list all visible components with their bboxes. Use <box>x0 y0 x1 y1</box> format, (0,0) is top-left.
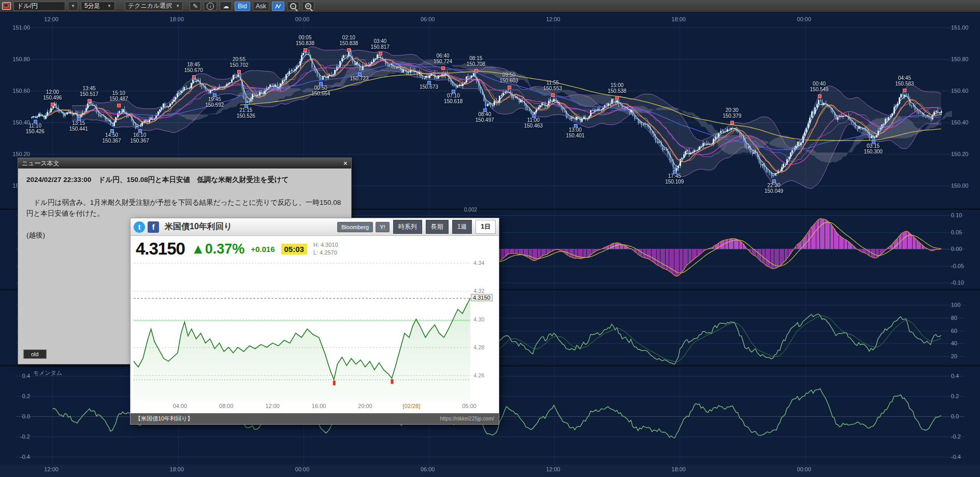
ask-button[interactable]: Ask <box>253 2 269 11</box>
cloud-button[interactable]: ☁ <box>220 2 232 11</box>
close-icon[interactable]: × <box>343 160 348 167</box>
macd-value-label: 0.002 <box>464 207 477 213</box>
pair-dropdown-button[interactable]: ▼ <box>68 2 78 11</box>
bid-button[interactable]: Bid <box>235 2 250 11</box>
trading-terminal: 151.00151.00150.80150.80150.60150.60150.… <box>0 0 980 477</box>
tab-time-series[interactable]: 時系列 <box>393 220 422 234</box>
timeframe-value: 5分足 <box>84 2 100 10</box>
zigzag-icon <box>275 4 281 9</box>
magnifier-plus-icon <box>305 3 311 9</box>
cloud-icon: ☁ <box>223 3 229 10</box>
chart-style-button[interactable] <box>272 2 284 11</box>
old-button[interactable]: old <box>23 349 47 359</box>
yield-widget-header: t f 米国債10年利回り Bloomberg Y! 時系列 長期 1週 1日 <box>131 218 499 236</box>
yield-low: L: 4.2570 <box>313 249 337 256</box>
magnifier-minus-icon <box>290 3 296 9</box>
chevron-down-icon: ▼ <box>107 4 111 8</box>
zoom-out-button[interactable] <box>287 2 299 11</box>
currency-pair-value: ドル/円 <box>17 2 38 10</box>
yield-price: 4.3150 <box>136 239 185 259</box>
technical-select-button[interactable]: テクニカル選択 ▼ <box>125 2 183 11</box>
zoom-in-button[interactable] <box>302 2 314 11</box>
news-title: ニュース本文 <box>22 159 60 168</box>
info-button[interactable]: i <box>204 2 217 11</box>
momentum-panel-label: モメンタム <box>33 369 62 377</box>
tab-one-day[interactable]: 1日 <box>475 220 496 234</box>
bloomberg-button[interactable]: Bloomberg <box>337 222 373 232</box>
info-icon: i <box>207 3 214 10</box>
pencil-icon: ✎ <box>193 3 198 10</box>
app-icon <box>2 2 11 10</box>
twitter-icon[interactable]: t <box>134 221 145 233</box>
tab-one-week[interactable]: 1週 <box>452 220 472 234</box>
news-text: ドル円は弱含み。1月米耐久財受注額が予想を下回る結果だったことに売りで反応し、一… <box>26 198 343 219</box>
currency-pair-select[interactable]: ドル/円 <box>13 2 65 11</box>
yield-caption: 【米国債10年利回り】 <box>135 415 193 423</box>
chevron-down-icon: ▼ <box>176 4 180 8</box>
yahoo-button[interactable]: Y! <box>376 222 389 232</box>
draw-tool-button[interactable]: ✎ <box>190 2 201 11</box>
toolbar: ドル/円 ▼ 5分足 ▼ テクニカル選択 ▼ ✎ i ☁ Bid Ask <box>0 0 980 12</box>
news-titlebar[interactable]: ニュース本文 × <box>18 158 351 169</box>
timeframe-select[interactable]: 5分足 ▼ <box>81 2 115 11</box>
yield-widget-footer: 【米国債10年利回り】 https://nikkei225jp.com/ <box>131 413 499 424</box>
yield-change-percent: ▲0.37% <box>191 241 244 257</box>
yield-source-url: https://nikkei225jp.com/ <box>440 416 495 422</box>
current-value-label: 4.3150 <box>471 294 493 301</box>
yield-change: +0.016 <box>251 245 275 254</box>
chevron-down-icon: ▼ <box>71 4 75 8</box>
yield-quote-row: 4.3150 ▲0.37% +0.016 05:03 H: 4.3010L: 4… <box>131 237 499 261</box>
yield-high: H: 4.3010 <box>313 242 338 248</box>
technical-select-label: テクニカル選択 <box>128 2 172 10</box>
tab-long-term[interactable]: 長期 <box>426 220 449 234</box>
facebook-icon[interactable]: f <box>148 221 159 233</box>
news-headline: 2024/02/27 22:33:00 ドル円、150.08円と本日安値 低調な… <box>26 175 343 185</box>
yield-high-low: H: 4.3010L: 4.2570 <box>313 241 338 257</box>
yield-widget-window: t f 米国債10年利回り Bloomberg Y! 時系列 長期 1週 1日 … <box>130 218 499 425</box>
yield-widget-title: 米国債10年利回り <box>165 221 232 232</box>
yield-quote-time: 05:03 <box>281 244 307 255</box>
